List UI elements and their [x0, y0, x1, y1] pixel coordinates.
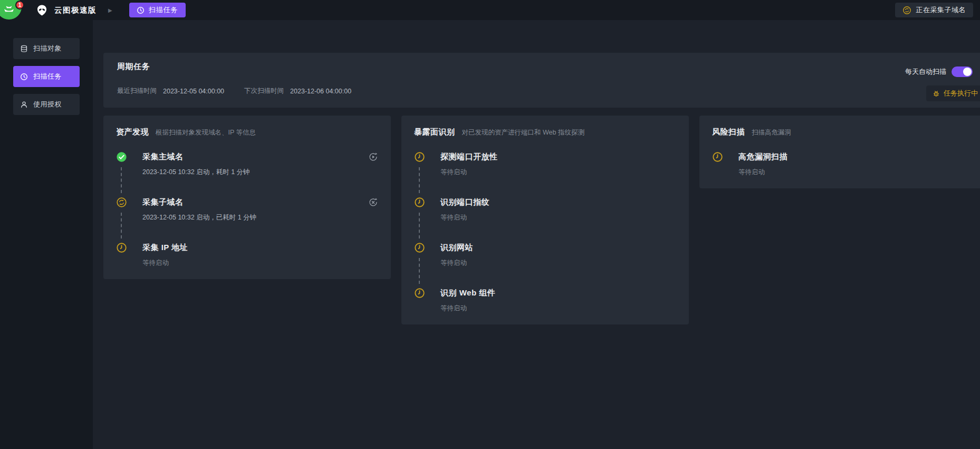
step-connector: [419, 258, 420, 284]
task-card-暴露面识别: 暴露面识别对已发现的资产进行端口和 Web 指纹探测探测端口开放性等待启动识别端…: [401, 116, 689, 324]
clock-icon: [414, 288, 426, 299]
scan-step: 采集 IP 地址等待启动: [116, 243, 378, 270]
clock-icon: [137, 6, 145, 14]
card-subtitle: 根据扫描对象发现域名、IP 等信息: [156, 128, 256, 137]
sidebar-item-扫描任务[interactable]: 扫描任务: [13, 66, 80, 87]
next-scan-label: 下次扫描时间: [244, 87, 284, 95]
restart-icon[interactable]: [368, 152, 378, 162]
sidebar-item-label: 使用授权: [33, 100, 62, 109]
auto-scan-toggle[interactable]: [952, 66, 973, 77]
sidebar: 扫描对象扫描任务使用授权: [0, 20, 93, 449]
step-connector: [121, 167, 122, 193]
step-name: 识别端口指纹: [440, 197, 676, 207]
card-title: 风险扫描: [712, 127, 745, 137]
collecting-status-chip[interactable]: 正在采集子域名: [895, 3, 974, 17]
step-connector: [419, 213, 420, 238]
step-status: 2023-12-05 10:32 启动，耗时 1 分钟: [142, 168, 378, 177]
cancel-icon[interactable]: [368, 197, 378, 207]
topbar: 1 云图极速版 ▶ 扫描任务 正在采集子域名: [0, 0, 980, 20]
card-title: 暴露面识别: [414, 127, 455, 137]
app-title: 云图极速版: [54, 5, 97, 15]
step-list: 采集主域名2023-12-05 10:32 启动，耗时 1 分钟采集子域名202…: [116, 152, 378, 270]
scan-step: 高危漏洞扫描等待启动: [712, 152, 974, 179]
scan-task-nav-button[interactable]: 扫描任务: [129, 3, 186, 17]
scan-step: 识别端口指纹等待启动: [414, 197, 676, 243]
auto-scan-label: 每天自动扫描: [905, 67, 946, 77]
sync-icon: [116, 197, 128, 208]
scan-step: 采集子域名2023-12-05 10:32 启动，已耗时 1 分钟: [116, 197, 378, 243]
step-connector: [121, 213, 122, 238]
scan-step: 识别 Web 组件等待启动: [414, 288, 676, 315]
task-running-label: 任务执行中: [944, 89, 978, 98]
scan-step: 采集主域名2023-12-05 10:32 启动，耗时 1 分钟: [116, 152, 378, 197]
check-badge-icon: [116, 151, 128, 163]
step-name: 采集子域名: [142, 197, 378, 207]
step-name: 采集 IP 地址: [142, 243, 378, 253]
step-status: 等待启动: [440, 213, 676, 222]
task-card-风险扫描: 风险扫描扫描高危漏洞高危漏洞扫描等待启动: [699, 116, 980, 188]
step-list: 探测端口开放性等待启动识别端口指纹等待启动识别网站等待启动识别 Web 组件等待…: [414, 152, 676, 315]
scan-task-nav-label: 扫描任务: [149, 5, 178, 15]
auto-scan-row: 每天自动扫描: [905, 66, 973, 77]
scan-times: 最近扫描时间 2023-12-05 04:00:00 下次扫描时间 2023-1…: [117, 87, 351, 95]
step-status: 等待启动: [738, 168, 974, 177]
notification-badge: 1: [15, 1, 24, 9]
step-name: 识别网站: [440, 243, 676, 253]
step-status: 等待启动: [142, 259, 378, 268]
last-scan-value: 2023-12-05 04:00:00: [163, 88, 224, 95]
step-status: 等待启动: [440, 168, 676, 177]
card-subtitle: 扫描高危漏洞: [752, 128, 791, 137]
step-name: 探测端口开放性: [440, 152, 676, 162]
clock-icon: [116, 242, 128, 254]
last-scan-label: 最近扫描时间: [117, 87, 157, 95]
main-content: 周期任务 最近扫描时间 2023-12-05 04:00:00 下次扫描时间 2…: [93, 20, 980, 449]
step-name: 高危漏洞扫描: [738, 152, 974, 162]
clock-icon: [414, 151, 426, 163]
sync-icon: [902, 6, 911, 15]
task-running-badge: 任务执行中: [926, 85, 980, 101]
scan-step: 识别网站等待启动: [414, 243, 676, 288]
sidebar-item-使用授权[interactable]: 使用授权: [13, 94, 80, 115]
clock-icon: [712, 151, 724, 163]
step-connector: [419, 167, 420, 193]
clock-icon: [20, 73, 28, 81]
step-name: 采集主域名: [142, 152, 378, 162]
sidebar-item-扫描对象[interactable]: 扫描对象: [13, 38, 80, 59]
user-icon: [20, 101, 28, 109]
task-card-资产发现: 资产发现根据扫描对象发现域名、IP 等信息采集主域名2023-12-05 10:…: [103, 116, 391, 279]
database-icon: [20, 45, 28, 53]
period-task-title: 周期任务: [117, 62, 150, 72]
clock-icon: [414, 242, 426, 254]
step-name: 识别 Web 组件: [440, 288, 676, 298]
sidebar-item-label: 扫描任务: [33, 72, 62, 81]
step-status: 2023-12-05 10:32 启动，已耗时 1 分钟: [142, 213, 378, 222]
scan-step: 探测端口开放性等待启动: [414, 152, 676, 197]
sidebar-item-label: 扫描对象: [33, 44, 62, 53]
period-task-card: 周期任务 最近扫描时间 2023-12-05 04:00:00 下次扫描时间 2…: [103, 53, 980, 108]
next-scan-value: 2023-12-06 04:00:00: [290, 88, 351, 95]
card-title: 资产发现: [116, 127, 149, 137]
clock-icon: [414, 197, 426, 208]
step-list: 高危漏洞扫描等待启动: [712, 152, 974, 179]
app-logo-icon: [36, 4, 48, 16]
collecting-status-label: 正在采集子域名: [916, 5, 966, 15]
chevron-right-icon: ▶: [108, 7, 112, 13]
card-subtitle: 对已发现的资产进行端口和 Web 指纹探测: [462, 128, 584, 137]
bug-icon: [933, 90, 940, 97]
avatar[interactable]: 1: [0, 0, 31, 20]
step-status: 等待启动: [440, 304, 676, 313]
step-status: 等待启动: [440, 259, 676, 268]
